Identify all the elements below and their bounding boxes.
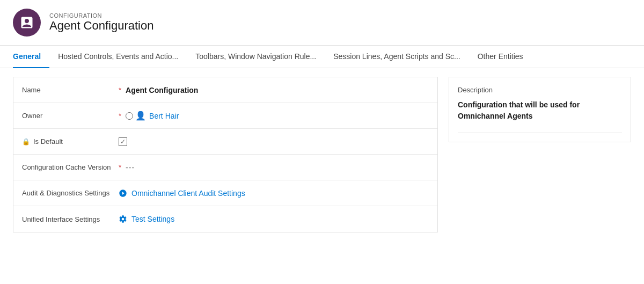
owner-label: Owner [22,112,119,120]
is-default-label: 🔒 Is Default [22,137,119,145]
unified-interface-label: Unified Interface Settings [22,215,119,223]
is-default-checkbox[interactable]: ✓ [119,137,429,146]
audit-row: Audit & Diagnostics Settings Omnichannel… [13,180,437,206]
audit-settings-icon [119,189,127,198]
unified-interface-value: Test Settings [119,215,429,223]
agent-config-icon [19,15,34,30]
config-cache-label: Configuration Cache Version [22,163,119,171]
is-default-value: ✓ [119,137,429,146]
config-cache-row: Configuration Cache Version * --- [13,155,437,180]
owner-link[interactable]: Bert Hair [149,112,179,120]
test-settings-link-text: Test Settings [131,215,174,223]
name-label: Name [22,86,119,94]
form-section: Name * Agent Configuration Owner * 👤 Ber… [13,77,438,232]
header-text-group: CONFIGURATION Agent Configuration [49,12,153,33]
tab-toolbars[interactable]: Toolbars, Window Navigation Rule... [187,46,325,68]
audit-link-text: Omnichannel Client Audit Settings [131,189,245,198]
tab-hosted-controls[interactable]: Hosted Controls, Events and Actio... [49,46,187,68]
circle-icon [126,112,133,120]
name-row: Name * Agent Configuration [13,77,437,103]
audit-link[interactable]: Omnichannel Client Audit Settings [119,189,429,198]
tab-bar: General Hosted Controls, Events and Acti… [0,46,644,68]
tab-general[interactable]: General [13,46,49,68]
tab-session-lines[interactable]: Session Lines, Agent Scripts and Sc... [325,46,469,68]
page-title: Agent Configuration [49,19,153,33]
app-icon [13,9,41,37]
main-content: Name * Agent Configuration Owner * 👤 Ber… [0,68,644,241]
tab-other-entities[interactable]: Other Entities [469,46,532,68]
name-value: Agent Configuration [126,86,429,94]
unified-interface-row: Unified Interface Settings Test Settings [13,206,437,232]
owner-row: Owner * 👤 Bert Hair [13,103,437,129]
owner-required: * [119,112,121,120]
description-section: Description Configuration that will be u… [449,77,631,142]
audit-value: Omnichannel Client Audit Settings [119,189,429,198]
person-icon: 👤 [135,111,146,121]
owner-value: 👤 Bert Hair [126,111,429,121]
description-text: Configuration that will be used for Omni… [458,99,622,133]
description-label: Description [458,86,622,94]
checkbox-display: ✓ [119,137,127,146]
name-required: * [119,86,121,94]
config-cache-required: * [119,163,121,171]
owner-icons: 👤 [126,111,146,121]
header-label: CONFIGURATION [49,12,153,19]
config-cache-value: --- [126,163,429,172]
audit-label: Audit & Diagnostics Settings [22,189,119,197]
lock-icon: 🔒 [22,138,30,145]
is-default-row: 🔒 Is Default ✓ [13,129,437,155]
page-header: CONFIGURATION Agent Configuration [0,0,644,46]
unified-interface-link[interactable]: Test Settings [119,215,429,223]
test-settings-icon [119,215,127,223]
